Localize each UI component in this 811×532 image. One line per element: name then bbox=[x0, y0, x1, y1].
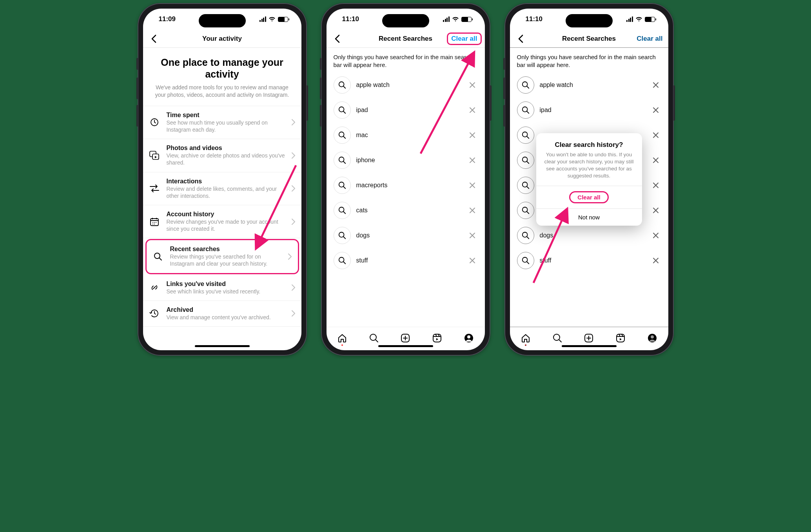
hero-subtitle: We've added more tools for you to review… bbox=[154, 84, 290, 99]
chevron-right-icon bbox=[292, 284, 295, 291]
remove-search-button[interactable] bbox=[467, 205, 478, 216]
nav-bar: Your activity bbox=[143, 30, 301, 48]
svg-point-6 bbox=[156, 222, 156, 223]
phone-3: 11:10 Recent Searches Clear all Only thi… bbox=[504, 3, 674, 356]
search-term: ipad bbox=[356, 107, 461, 114]
battery-icon bbox=[461, 17, 472, 22]
svg-point-4 bbox=[152, 222, 153, 223]
nav-bar: Recent Searches Clear all bbox=[327, 30, 485, 48]
row-links-visited[interactable]: Links you've visitedSee which links you'… bbox=[143, 275, 301, 301]
dynamic-island bbox=[199, 14, 246, 27]
chevron-right-icon bbox=[292, 185, 295, 192]
arrows-icon bbox=[149, 185, 160, 192]
link-icon bbox=[149, 282, 160, 293]
tab-home[interactable] bbox=[337, 333, 348, 344]
remove-search-button[interactable] bbox=[467, 255, 478, 266]
search-term: apple watch bbox=[356, 81, 461, 89]
search-icon bbox=[334, 202, 351, 219]
remove-search-button[interactable] bbox=[467, 130, 478, 141]
search-row[interactable]: iphone bbox=[327, 148, 485, 173]
phone-2: 11:10 Recent Searches Clear all Only thi… bbox=[321, 3, 490, 356]
search-term: macreports bbox=[356, 182, 461, 189]
search-term: dogs bbox=[356, 232, 461, 239]
nav-title: Your activity bbox=[202, 35, 242, 43]
search-row[interactable]: dogs bbox=[327, 223, 485, 248]
signal-icon bbox=[443, 16, 450, 22]
tab-search[interactable] bbox=[368, 333, 379, 344]
remove-search-button[interactable] bbox=[467, 80, 478, 90]
row-time-spent[interactable]: Time spentSee how much time you usually … bbox=[143, 106, 301, 139]
search-icon bbox=[334, 127, 351, 144]
remove-search-button[interactable] bbox=[467, 155, 478, 166]
search-icon bbox=[334, 76, 351, 94]
chevron-left-icon bbox=[334, 34, 340, 43]
svg-point-5 bbox=[154, 222, 155, 223]
svg-rect-21 bbox=[433, 334, 441, 342]
wifi-icon bbox=[269, 16, 276, 22]
search-term: cats bbox=[356, 207, 461, 214]
search-row[interactable]: cats bbox=[327, 198, 485, 223]
calendar-icon bbox=[149, 217, 160, 226]
search-icon bbox=[334, 152, 351, 169]
search-icon bbox=[334, 227, 351, 244]
history-icon bbox=[149, 309, 160, 318]
back-button[interactable] bbox=[332, 34, 342, 44]
modal-title: Clear search history? bbox=[543, 141, 635, 149]
modal-not-now-button[interactable]: Not now bbox=[536, 208, 642, 226]
chevron-left-icon bbox=[151, 34, 156, 43]
search-row[interactable]: apple watch bbox=[327, 72, 485, 98]
row-photos-videos[interactable]: Photos and videosView, archive or delete… bbox=[143, 139, 301, 172]
modal-overlay: Clear search history? You won't be able … bbox=[510, 9, 668, 350]
chevron-right-icon bbox=[288, 253, 292, 260]
svg-point-8 bbox=[154, 224, 155, 224]
remove-search-button[interactable] bbox=[467, 180, 478, 191]
status-time: 11:09 bbox=[159, 15, 176, 23]
search-row[interactable]: macreports bbox=[327, 173, 485, 198]
search-term: iphone bbox=[356, 157, 461, 164]
remove-search-button[interactable] bbox=[467, 230, 478, 241]
search-row[interactable]: mac bbox=[327, 123, 485, 148]
chevron-right-icon bbox=[292, 310, 295, 317]
tab-create[interactable] bbox=[400, 333, 411, 344]
dynamic-island bbox=[566, 14, 613, 27]
search-icon bbox=[334, 177, 351, 194]
nav-title: Recent Searches bbox=[379, 35, 432, 43]
chevron-right-icon bbox=[292, 219, 295, 225]
search-term: mac bbox=[356, 132, 461, 139]
row-interactions[interactable]: InteractionsReview and delete likes, com… bbox=[143, 172, 301, 205]
description: Only things you have searched for in the… bbox=[327, 48, 485, 72]
chevron-right-icon bbox=[292, 152, 295, 159]
search-row[interactable]: ipad bbox=[327, 98, 485, 123]
battery-icon bbox=[278, 17, 288, 22]
dynamic-island bbox=[382, 14, 429, 27]
signal-icon bbox=[259, 16, 266, 22]
modal-clear-all-button[interactable]: Clear all bbox=[536, 186, 642, 208]
search-icon bbox=[152, 252, 164, 261]
search-term: stuff bbox=[356, 257, 461, 264]
svg-point-23 bbox=[467, 335, 470, 338]
hero-title: One place to manage your activity bbox=[154, 56, 290, 80]
row-archived[interactable]: ArchivedView and manage content you've a… bbox=[143, 301, 301, 327]
modal-body: You won't be able to undo this. If you c… bbox=[543, 151, 635, 180]
home-indicator bbox=[562, 345, 617, 347]
tab-reels[interactable] bbox=[432, 333, 443, 344]
clock-icon bbox=[149, 118, 160, 127]
search-icon bbox=[334, 101, 351, 119]
tab-profile[interactable] bbox=[463, 333, 474, 344]
clear-all-button[interactable]: Clear all bbox=[447, 33, 481, 45]
search-row[interactable]: stuff bbox=[327, 248, 485, 273]
svg-point-7 bbox=[152, 224, 153, 224]
confirm-modal: Clear search history? You won't be able … bbox=[536, 133, 642, 226]
chevron-right-icon bbox=[292, 119, 295, 125]
phone-1: 11:09 Your activity One place to manage … bbox=[138, 3, 307, 356]
row-recent-searches[interactable]: Recent searchesReview things you've sear… bbox=[145, 239, 299, 274]
row-account-history[interactable]: Account historyReview changes you've mad… bbox=[143, 205, 301, 238]
status-time: 11:10 bbox=[342, 15, 359, 23]
photos-icon bbox=[149, 151, 160, 160]
home-indicator bbox=[378, 345, 433, 347]
search-icon bbox=[334, 252, 351, 269]
wifi-icon bbox=[452, 16, 459, 22]
back-button[interactable] bbox=[149, 34, 159, 44]
home-indicator bbox=[195, 345, 250, 347]
remove-search-button[interactable] bbox=[467, 105, 478, 116]
